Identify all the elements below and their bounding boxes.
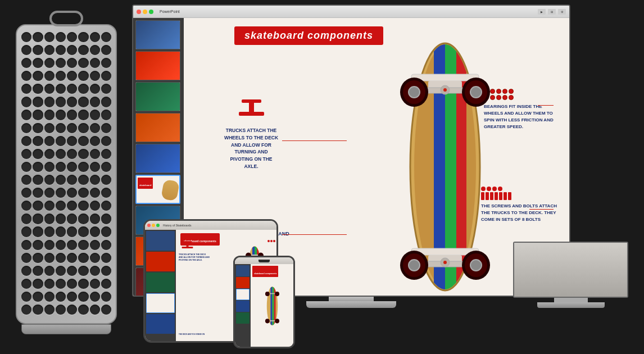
mac-pro-hole [101,136,111,146]
ipad-minimize[interactable] [152,224,155,227]
slide-thumb-4[interactable] [135,113,180,142]
mac-pro-hole [67,162,77,172]
mac-pro-hole [67,97,77,107]
mac-pro-hole [44,84,55,94]
mac-pro-hole [56,214,66,224]
mac-pro-hole [78,71,88,81]
ipad-thumbs[interactable] [145,230,176,341]
mac-pro-hole [67,253,77,263]
mac-pro-hole [90,97,100,107]
mac-pro-hole [56,188,66,198]
iphone[interactable]: skateboard components [233,256,295,348]
mac-pro-hole [56,162,66,172]
iphone-thumb-2[interactable] [236,277,250,288]
mac-pro-hole [101,240,111,250]
mac-pro-hole [21,58,31,68]
mac-pro-hole [56,266,66,276]
svg-rect-49 [272,287,274,325]
mac-pro-hole [78,226,88,237]
mac-pro-hole [90,305,100,315]
mac-pro-hole [101,305,111,315]
mac-pro-handle [49,11,83,26]
slide-thumb-6-active[interactable]: skateboard [135,175,180,204]
mac-pro-hole [33,292,43,302]
slide-thumb-3[interactable] [135,82,180,111]
iphone-thumb-4[interactable] [236,301,250,312]
iphone-thumb-5[interactable] [236,312,250,324]
mac-pro-hole [90,201,100,211]
iphone-skateboard-mini [257,279,288,333]
ipad-thumb-active[interactable] [146,293,175,313]
mac-pro-hole [33,240,43,250]
ipad-thumb-3[interactable] [146,273,175,292]
mac-pro-hole [67,123,77,133]
mac-pro-hole [33,226,43,237]
mac-pro-hole [78,266,88,276]
ipad-close[interactable] [147,224,151,227]
toolbar-icon[interactable]: ▶ [538,9,546,15]
mac-pro-hole [56,253,66,263]
mac-pro-hole [21,97,31,107]
iphone-thumbs[interactable] [235,264,251,347]
mac-pro-hole [78,162,88,172]
minimize-icon[interactable] [143,10,147,14]
mac-pro-hole [56,175,66,185]
mac-pro-hole [33,188,43,198]
mac-pro-hole [21,32,31,42]
mac-pro-hole [56,305,66,315]
mac-pro-hole [44,292,55,302]
svg-point-31 [443,261,447,264]
toolbar-icon[interactable]: ⊞ [548,9,556,15]
mac-pro-hole [78,97,88,107]
mac-pro-hole [33,253,43,263]
mac-pro-hole [90,123,100,133]
ipad-thumb-2[interactable] [146,252,175,271]
svg-point-18 [470,87,482,98]
mac-pro-hole [78,110,88,120]
mac-pro-hole [44,136,55,146]
slide-thumb-2[interactable] [135,51,180,80]
ipad-thumb-1[interactable] [146,231,175,251]
second-monitor [513,242,628,309]
mac-pro-hole [44,149,55,159]
iphone-thumb-3[interactable] [236,289,250,300]
mac-pro-hole [90,32,100,42]
close-icon[interactable] [137,10,141,14]
mac-pro-hole [21,84,31,94]
svg-rect-1 [249,103,254,112]
slide-thumb-5[interactable] [135,144,180,173]
mac-pro-hole [90,162,100,172]
ipad-maximize[interactable] [156,224,160,227]
mac-pro-hole [33,214,43,224]
mac-pro-hole [56,279,66,289]
svg-point-56 [275,319,279,323]
mac-pro-hole [101,97,111,107]
ipad-bearings-dots [267,240,275,242]
mac-pro-hole [33,162,43,172]
mac-pro-hole [56,71,66,81]
mac-pro-hole [21,188,31,198]
mac-pro-hole [21,305,31,315]
mac-pro-hole [90,175,100,185]
maximize-icon[interactable] [149,10,153,14]
mac-pro-hole [33,32,43,42]
mac-pro-hole [78,279,88,289]
mac-pro-hole [56,226,66,237]
svg-rect-32 [183,241,192,243]
slide-thumb-1[interactable] [135,20,180,49]
mac-pro-hole [44,253,55,263]
toolbar-icon[interactable]: ⚙ [558,9,566,15]
iphone-thumb-1[interactable] [236,265,250,276]
mac-pro-hole [90,84,100,94]
mac-pro-hole [67,201,77,211]
mac-pro-hole [56,84,66,94]
mac-pro-hole [44,162,55,172]
ipad-thumb-5[interactable] [146,314,175,334]
mac-pro-hole [21,149,31,159]
ipad-bottom-text: THE DECK AND YOU STAND ON [179,333,205,336]
mac-pro-hole [78,136,88,146]
mac-pro-hole [33,149,43,159]
mac-pro-hole [67,136,77,146]
iphone-title-box: skateboard components [252,266,278,277]
mac-pro-hole [67,110,77,120]
